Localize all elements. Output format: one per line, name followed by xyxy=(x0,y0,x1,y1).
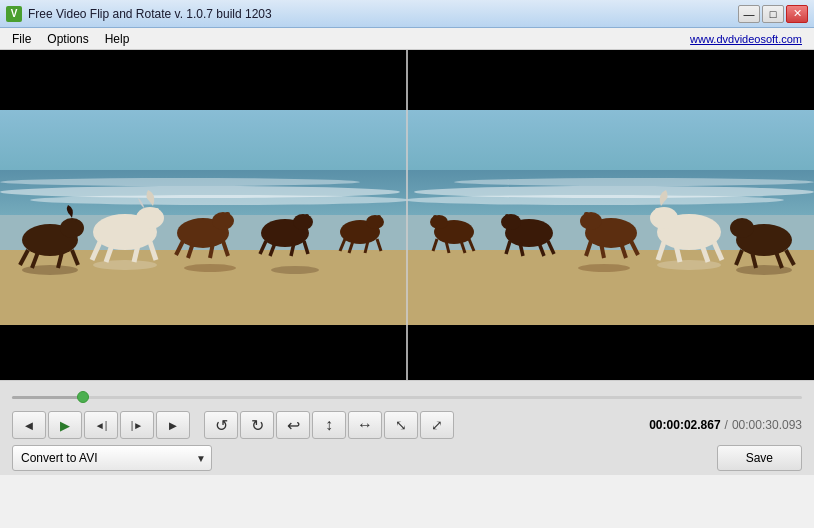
left-canvas xyxy=(0,110,407,325)
left-scene xyxy=(0,110,407,325)
title-text: Free Video Flip and Rotate v. 1.0.7 buil… xyxy=(28,7,738,21)
svg-point-37 xyxy=(366,215,384,229)
play-icon: ▶ xyxy=(60,418,70,433)
svg-rect-64 xyxy=(655,208,661,226)
flip-h-icon: ↔ xyxy=(357,416,373,434)
fit-button[interactable]: ⤡ xyxy=(384,411,418,439)
svg-point-46 xyxy=(271,266,319,274)
svg-rect-57 xyxy=(734,220,739,236)
svg-rect-10 xyxy=(75,220,80,236)
svg-rect-31 xyxy=(305,214,309,227)
center-divider xyxy=(406,50,408,380)
close-button[interactable]: ✕ xyxy=(786,5,808,23)
minimize-button[interactable]: — xyxy=(738,5,760,23)
rotate-ccw-button[interactable]: ↺ xyxy=(204,411,238,439)
menu-bar: File Options Help www.dvdvideosoft.com xyxy=(0,28,814,50)
svg-point-45 xyxy=(184,264,236,272)
play-button[interactable]: ▶ xyxy=(48,411,82,439)
transform-buttons: ↺ ↻ ↩ ↕ ↔ ⤡ ⤢ xyxy=(204,411,454,439)
bottom-row: Convert to AVI Convert to MP4 Convert to… xyxy=(12,445,802,471)
go-end-icon: ► xyxy=(167,418,180,433)
fit-icon: ⤡ xyxy=(395,417,407,433)
svg-point-16 xyxy=(136,207,164,229)
maximize-button[interactable]: □ xyxy=(762,5,784,23)
svg-point-77 xyxy=(501,214,521,230)
svg-point-84 xyxy=(430,215,448,229)
window-controls: — □ ✕ xyxy=(738,5,808,23)
svg-point-30 xyxy=(293,214,313,230)
flip-v-icon: ↕ xyxy=(325,416,333,434)
playback-row: ◄ ▶ ◄| |► ► ↺ ↻ ↩ xyxy=(12,411,802,439)
svg-point-91 xyxy=(657,260,721,270)
menu-help[interactable]: Help xyxy=(97,30,138,48)
svg-point-44 xyxy=(93,260,157,270)
menu-file[interactable]: File xyxy=(4,30,39,48)
dvdvideosoft-link[interactable]: www.dvdvideosoft.com xyxy=(690,33,810,45)
controls-area: ◄ ▶ ◄| |► ► ↺ ↻ ↩ xyxy=(0,380,814,475)
flip-horizontal-button[interactable]: ↔ xyxy=(348,411,382,439)
svg-rect-24 xyxy=(225,212,230,227)
svg-point-51 xyxy=(454,178,814,186)
svg-point-5 xyxy=(30,195,407,205)
svg-point-56 xyxy=(730,218,754,238)
convert-select-wrapper: Convert to AVI Convert to MP4 Convert to… xyxy=(12,445,212,471)
convert-format-select[interactable]: Convert to AVI Convert to MP4 Convert to… xyxy=(12,445,212,471)
svg-point-63 xyxy=(650,207,678,229)
transport-buttons: ◄ ▶ ◄| |► ► xyxy=(12,411,190,439)
step-forward-button[interactable]: |► xyxy=(120,411,154,439)
svg-point-43 xyxy=(22,265,78,275)
total-time: 00:00:30.093 xyxy=(732,418,802,432)
title-bar: V Free Video Flip and Rotate v. 1.0.7 bu… xyxy=(0,0,814,28)
rotate-cw-button[interactable]: ↻ xyxy=(240,411,274,439)
svg-point-70 xyxy=(580,212,602,230)
rotate-180-button[interactable]: ↩ xyxy=(276,411,310,439)
rotate-cw-icon: ↻ xyxy=(251,416,264,435)
svg-point-92 xyxy=(578,264,630,272)
scrubber-thumb[interactable] xyxy=(77,391,89,403)
svg-point-4 xyxy=(0,178,360,186)
svg-point-52 xyxy=(407,195,784,205)
step-back-button[interactable]: ◄| xyxy=(84,411,118,439)
right-scene xyxy=(407,110,814,325)
svg-rect-38 xyxy=(377,215,381,227)
scrubber-fill xyxy=(12,396,83,399)
svg-rect-85 xyxy=(433,215,437,227)
flip-vertical-button[interactable]: ↕ xyxy=(312,411,346,439)
time-display: 00:00:02.867 / 00:00:30.093 xyxy=(649,418,802,432)
app-icon: V xyxy=(6,6,22,22)
rotate-180-icon: ↩ xyxy=(287,416,300,435)
svg-point-23 xyxy=(212,212,234,230)
svg-point-90 xyxy=(736,265,792,275)
step-forward-icon: |► xyxy=(131,420,144,431)
go-start-icon: ◄ xyxy=(23,418,36,433)
svg-rect-17 xyxy=(153,208,159,226)
svg-rect-78 xyxy=(505,214,509,227)
right-canvas xyxy=(407,110,814,325)
save-button[interactable]: Save xyxy=(717,445,802,471)
video-preview-container xyxy=(0,50,814,380)
go-to-start-button[interactable]: ◄ xyxy=(12,411,46,439)
svg-point-9 xyxy=(60,218,84,238)
rotate-ccw-icon: ↺ xyxy=(215,416,228,435)
crop-icon: ⤢ xyxy=(431,417,443,433)
crop-button[interactable]: ⤢ xyxy=(420,411,454,439)
svg-rect-71 xyxy=(584,212,589,227)
current-time: 00:00:02.867 xyxy=(649,418,720,432)
scrubber-container xyxy=(12,389,802,405)
go-to-end-button[interactable]: ► xyxy=(156,411,190,439)
scrubber-track[interactable] xyxy=(12,396,802,399)
time-separator: / xyxy=(725,418,728,432)
step-back-icon: ◄| xyxy=(95,420,108,431)
menu-options[interactable]: Options xyxy=(39,30,96,48)
